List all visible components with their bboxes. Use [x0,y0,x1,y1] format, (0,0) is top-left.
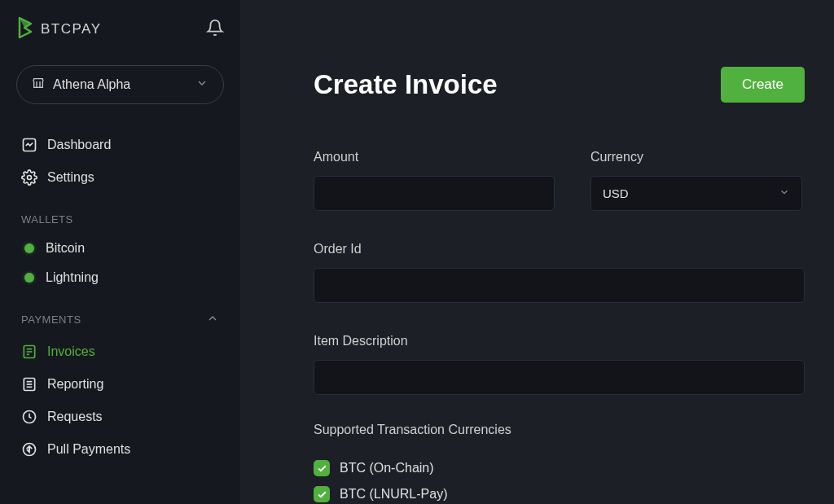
order-id-label: Order Id [314,242,805,256]
status-dot-icon [24,273,34,283]
form-group-currency: Currency USD [590,150,802,211]
checkbox-list: BTC (On-Chain) BTC (LNURL-Pay) BTC (Off-… [314,460,805,504]
chevron-up-icon [206,312,219,327]
page-title: Create Invoice [314,69,498,100]
page-header: Create Invoice Create [314,67,805,103]
sidebar-item-label: Reporting [47,377,103,392]
sidebar-item-dashboard[interactable]: Dashboard [16,129,224,161]
create-button[interactable]: Create [721,67,805,103]
notifications-bell-icon[interactable] [206,19,224,40]
sidebar-item-reporting[interactable]: Reporting [16,368,224,401]
currency-value: USD [603,186,629,200]
form-group-supported-currencies: Supported Transaction Currencies BTC (On… [314,423,805,504]
currency-label: Currency [590,150,802,164]
amount-label: Amount [314,150,555,164]
checkbox-btc-onchain[interactable]: BTC (On-Chain) [314,460,805,476]
item-desc-input[interactable] [314,360,805,395]
sidebar-item-label: Pull Payments [47,442,130,457]
sidebar-item-label: Invoices [47,344,95,359]
gear-icon [21,169,37,186]
checkbox-btc-lnurl[interactable]: BTC (LNURL-Pay) [314,486,805,502]
svg-point-1 [28,176,32,180]
sidebar-item-requests[interactable]: Requests [16,401,224,433]
form-group-item-desc: Item Description [314,334,805,395]
amount-input[interactable] [314,176,555,211]
pull-payments-icon [21,441,37,458]
supported-currencies-label: Supported Transaction Currencies [314,423,805,437]
reporting-icon [21,376,37,392]
sidebar-header: BTCPAY [16,16,224,42]
sidebar-item-invoices[interactable]: Invoices [16,335,224,368]
sidebar-item-settings[interactable]: Settings [16,161,224,194]
form-group-order-id: Order Id [314,242,805,303]
status-dot-icon [24,243,34,253]
logo-icon [16,16,36,42]
section-header-label: WALLETS [21,213,73,226]
checkbox-label: BTC (On-Chain) [340,461,434,476]
sidebar-item-label: Lightning [46,270,99,285]
item-desc-label: Item Description [314,334,805,348]
chevron-down-icon [195,77,208,93]
checkbox-label: BTC (LNURL-Pay) [340,487,447,502]
sidebar-item-lightning[interactable]: Lightning [16,263,224,292]
sidebar: BTCPAY Athena Alpha Dashboard Settin [0,0,240,504]
sidebar-item-label: Dashboard [47,138,111,152]
requests-icon [21,409,37,425]
checkbox-checked-icon [314,460,330,476]
store-name: Athena Alpha [53,77,187,92]
sidebar-item-bitcoin[interactable]: Bitcoin [16,234,224,263]
form-group-amount: Amount [314,150,555,211]
section-header-label: PAYMENTS [21,313,81,326]
section-header-payments[interactable]: PAYMENTS [16,312,224,327]
form-row: Amount Currency USD [314,150,805,211]
chevron-down-icon [779,186,790,200]
brand-text: BTCPAY [41,21,102,37]
checkbox-checked-icon [314,486,330,502]
section-header-wallets: WALLETS [16,213,224,226]
main-content: Create Invoice Create Amount Currency US… [240,0,834,504]
dashboard-icon [21,137,37,153]
logo[interactable]: BTCPAY [16,16,102,42]
sidebar-item-label: Bitcoin [46,241,85,256]
currency-select[interactable]: USD [590,176,802,211]
order-id-input[interactable] [314,268,805,303]
sidebar-item-label: Settings [47,170,94,185]
store-selector[interactable]: Athena Alpha [16,65,224,104]
invoice-icon [21,344,37,360]
sidebar-item-pull-payments[interactable]: Pull Payments [16,433,224,466]
sidebar-item-label: Requests [47,410,103,424]
store-icon [32,77,45,93]
